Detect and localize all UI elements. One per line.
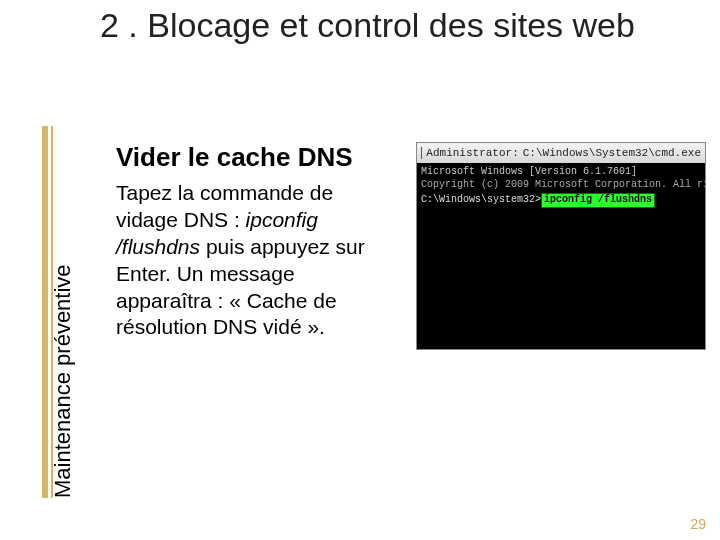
body-text: Tapez la commande de vidage DNS : ipconf…	[116, 180, 396, 341]
terminal-prompt: C:\Windows\system32>	[421, 194, 541, 205]
terminal-body: Microsoft Windows [Version 6.1.7601] Cop…	[417, 163, 705, 211]
terminal-titlebar: Administrator: C:\Windows\System32\cmd.e…	[417, 143, 705, 163]
terminal-command: ipconfig /flushdns	[541, 193, 655, 208]
terminal-line-1: Microsoft Windows [Version 6.1.7601]	[421, 166, 701, 179]
page-number: 29	[690, 516, 706, 532]
terminal-window: Administrator: C:\Windows\System32\cmd.e…	[416, 142, 706, 350]
terminal-prompt-line: C:\Windows\system32>ipconfig /flushdns	[421, 193, 701, 208]
slide-title: 2 . Blocage et control des sites web	[100, 6, 680, 45]
terminal-title-prefix: Administrator:	[426, 147, 518, 159]
section-subtitle: Vider le cache DNS	[116, 142, 353, 173]
terminal-title-path: C:\Windows\System32\cmd.exe	[523, 147, 701, 159]
terminal-line-2: Copyright (c) 2009 Microsoft Corporation…	[421, 179, 701, 192]
side-label: Maintenance préventive	[50, 264, 76, 498]
side-rail-bar	[42, 126, 48, 498]
cmd-icon	[421, 147, 422, 159]
